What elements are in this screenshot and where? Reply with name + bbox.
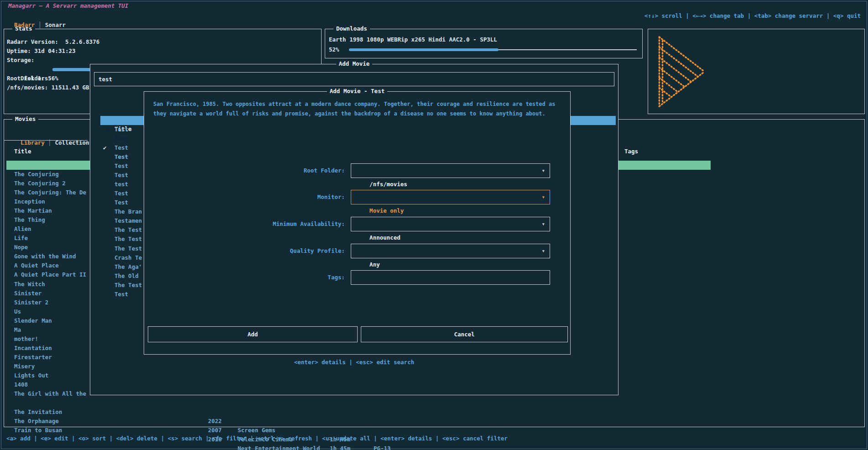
monitor-dropdown[interactable]: Movie only ▾ xyxy=(351,190,550,204)
download-percent: 52% xyxy=(329,45,339,54)
add-movie-modal: Add Movie - Test San Francisco, 1985. Tw… xyxy=(144,91,571,355)
movie-certification: PG-13 xyxy=(374,444,391,450)
chevron-down-icon: ▾ xyxy=(541,244,545,258)
download-gauge xyxy=(349,45,637,54)
movie-search-input[interactable] xyxy=(94,72,614,86)
tabs-underline xyxy=(4,140,88,141)
monitor-label: Monitor: xyxy=(144,193,345,202)
app-title: Managarr — A Servarr management TUI xyxy=(6,1,130,10)
tab-sonarr[interactable]: Sonarr xyxy=(45,21,66,28)
logo-panel xyxy=(648,29,865,114)
movies-panel-title: Movies xyxy=(12,115,38,124)
modal-title: Add Movie - Test xyxy=(327,87,387,96)
add-button[interactable]: Add xyxy=(148,326,358,342)
movie-row[interactable]: The Invitation 2022 Screen Gems 1h 45m P… xyxy=(6,398,711,408)
storage-label: Storage: xyxy=(7,56,34,65)
disk-usage-fill xyxy=(52,68,91,71)
root-folders-label: Root Folders: xyxy=(7,74,52,83)
movie-studio: Next Entertainment World xyxy=(238,444,320,450)
movie-overview: San Francisco, 1985. Two opposites attra… xyxy=(153,99,561,118)
tab-separator xyxy=(35,21,38,28)
quality-profile-label: Quality Profile: xyxy=(144,246,345,256)
tags-label: Tags: xyxy=(144,273,345,282)
radarr-version: Radarr Version: 5.2.6.8376 xyxy=(7,37,99,47)
quality-profile-dropdown[interactable]: Any ▾ xyxy=(351,244,550,258)
download-gauge-fill xyxy=(349,48,499,51)
downloads-panel-title: Downloads xyxy=(333,24,370,33)
chevron-down-icon: ▾ xyxy=(541,164,545,178)
managarr-play-logo-icon xyxy=(656,33,707,110)
root-folder-value: /nfs/movies: 11511.43 GB xyxy=(7,83,89,92)
add-movie-panel-title: Add Movie xyxy=(336,59,373,68)
downloads-panel: Downloads Earth 1998 1080p WEBRip x265 H… xyxy=(325,29,643,58)
tags-input[interactable] xyxy=(351,270,550,285)
movie-row[interactable]: The Orphanage 2007 Telecinco Cinema 1h 4… xyxy=(6,408,711,417)
movie-row[interactable]: Train to Busan 2016 Next Entertainment W… xyxy=(6,417,711,426)
minimum-availability-label: Minimum Availability: xyxy=(144,220,345,229)
column-header-tags: Tags xyxy=(624,147,638,156)
root-folder-label: Root Folder: xyxy=(144,166,345,175)
minimum-availability-dropdown[interactable]: Announced ▾ xyxy=(351,217,550,231)
add-movie-keybindings: <enter> details | <esc> edit search xyxy=(90,358,618,367)
movie-studio: Screen Gems xyxy=(238,426,275,435)
footer-keybindings: <a> add | <e> edit | <o> sort | <del> de… xyxy=(6,434,508,443)
tab-radarr[interactable]: Radarr xyxy=(14,21,35,28)
uptime: Uptime: 31d 04:31:23 xyxy=(7,47,76,56)
chevron-down-icon: ▾ xyxy=(541,217,545,231)
movie-year: 2007 xyxy=(208,426,222,435)
chevron-down-icon: ▾ xyxy=(541,190,545,204)
movie-runtime: 1h 45m xyxy=(330,444,350,450)
cancel-button[interactable]: Cancel xyxy=(361,326,568,342)
column-header-title: Title xyxy=(14,147,31,156)
download-progress-row: 52% xyxy=(329,45,638,54)
download-item: Earth 1998 1080p WEBRip x265 Hindi AAC2.… xyxy=(329,35,639,44)
header-keybindings: <↑↓> scroll | <←→> change tab | <tab> ch… xyxy=(645,11,861,21)
root-folder-dropdown[interactable]: /nfs/movies ▾ xyxy=(351,163,550,178)
